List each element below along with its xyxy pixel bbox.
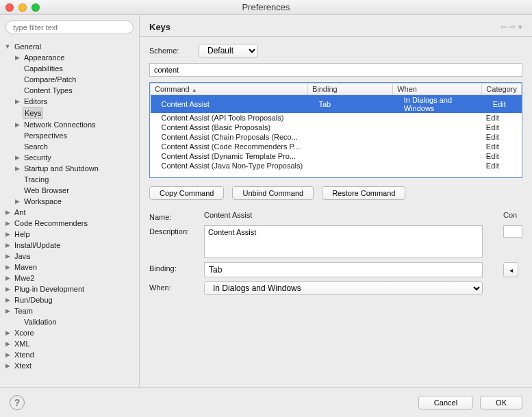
tree-item[interactable]: Install/Update [4,240,135,251]
scheme-select[interactable]: Default [199,44,258,58]
tree-item[interactable]: Code Recommenders [4,218,135,229]
tree-item-label: Startup and Shutdown [23,163,100,174]
tree-item[interactable]: Web Browser [4,185,135,196]
disclosure-triangle-icon[interactable] [4,207,11,218]
disclosure-triangle-icon[interactable] [4,294,11,305]
scheme-label: Scheme: [149,47,192,55]
tree-item[interactable]: XML [4,338,135,349]
tree-item-label: Code Recommenders [13,218,89,229]
ok-button[interactable]: OK [480,396,522,409]
when-select[interactable]: In Dialogs and Windows [204,281,483,295]
tree-item-label: Security [23,152,53,163]
tree-item[interactable]: General [4,41,135,52]
disclosure-triangle-icon[interactable] [4,41,11,52]
cell-when [393,123,482,132]
cell-category: Edit [482,151,522,161]
tree-item[interactable]: Tracing [4,174,135,185]
disclosure-triangle-icon[interactable] [14,96,21,107]
disclosure-triangle-icon[interactable] [4,327,11,338]
tree-item[interactable]: Ant [4,207,135,218]
disclosure-triangle-icon[interactable] [4,218,11,229]
tree-item[interactable]: Validation [4,316,135,327]
disclosure-triangle-icon[interactable] [4,305,11,316]
tree-item[interactable]: Compare/Patch [4,74,135,85]
conflicts-listbox[interactable] [503,225,522,238]
disclosure-triangle-icon[interactable] [4,240,11,251]
disclosure-triangle-icon[interactable] [14,119,21,130]
col-when[interactable]: When [393,84,482,95]
tree-item[interactable]: Keys [4,107,135,119]
tree-item[interactable]: Mwe2 [4,273,135,283]
preferences-tree[interactable]: GeneralAppearanceCapabilitiesCompare/Pat… [0,40,139,387]
tree-item[interactable]: Startup and Shutdown [4,163,135,174]
table-row[interactable]: Content Assist (Code Recommenders P...Ed… [151,142,522,151]
disclosure-triangle-icon[interactable] [4,251,11,262]
tree-item[interactable]: Workspace [4,196,135,207]
cell-binding [307,142,392,151]
nav-forward-icon[interactable]: ⇨ [509,23,516,31]
tree-item[interactable]: Appearance [4,52,135,63]
tree-item[interactable]: Security [4,152,135,163]
tree-item[interactable]: Java [4,251,135,262]
col-binding[interactable]: Binding [307,84,392,95]
tree-item[interactable]: Search [4,141,135,152]
disclosure-triangle-icon[interactable] [14,152,21,163]
description-textarea[interactable]: Content Assist [204,225,483,258]
disclosure-triangle-icon[interactable] [4,262,11,273]
binding-clear-button[interactable]: ◂ [503,262,518,277]
zoom-window-icon[interactable] [31,3,40,12]
tree-item[interactable]: Xtend [4,349,135,360]
restore-command-button[interactable]: Restore Command [322,186,405,200]
tree-item[interactable]: Maven [4,262,135,273]
table-row[interactable]: Content Assist (Chain Proposals (Reco...… [151,132,522,142]
close-window-icon[interactable] [5,3,14,12]
tree-item-label: Network Connections [23,119,97,130]
col-category[interactable]: Category [482,84,522,95]
copy-command-button[interactable]: Copy Command [149,186,224,200]
disclosure-triangle-icon[interactable] [4,360,11,371]
tree-item[interactable]: Network Connections [4,119,135,130]
table-row[interactable]: Content Assist (Dynamic Template Pro...E… [151,151,522,161]
tree-item-label: Xtend [13,349,36,360]
tree-item[interactable]: Xcore [4,327,135,338]
tree-item[interactable]: Xtext [4,360,135,371]
cancel-button[interactable]: Cancel [418,396,473,409]
nav-back-icon[interactable]: ⇦ [501,23,507,31]
table-row[interactable]: Content AssistTabIn Dialogs and WindowsE… [151,95,522,114]
table-row[interactable]: Content Assist (API Tools Proposals)Edit [151,113,522,123]
conflicts-label: Con [503,211,522,219]
minimize-window-icon[interactable] [18,3,27,12]
filter-tree-input[interactable] [5,21,134,34]
tree-item[interactable]: Capabilities [4,63,135,74]
tree-item-label: Team [13,305,34,316]
tree-item-label: Validation [23,316,58,327]
table-row[interactable]: Content Assist (Basic Proposals)Edit [151,123,522,132]
disclosure-triangle-icon[interactable] [4,273,11,283]
disclosure-triangle-icon[interactable] [4,283,11,294]
tree-item-label: Web Browser [23,185,71,196]
disclosure-triangle-icon[interactable] [4,338,11,349]
disclosure-triangle-icon[interactable] [14,196,21,207]
tree-item[interactable]: Editors [4,96,135,107]
binding-input[interactable] [204,262,483,277]
cell-when [393,132,482,142]
disclosure-triangle-icon[interactable] [4,349,11,360]
table-row[interactable]: Content Assist (Java Non-Type Proposals)… [151,161,522,170]
disclosure-triangle-icon[interactable] [14,163,21,174]
disclosure-triangle-icon[interactable] [4,229,11,240]
disclosure-triangle-icon[interactable] [14,52,21,63]
help-icon[interactable]: ? [10,395,25,410]
unbind-command-button[interactable]: Unbind Command [232,186,314,200]
tree-item[interactable]: Perspectives [4,130,135,141]
dialog-footer: ? Cancel OK [0,387,532,417]
command-filter-input[interactable] [149,63,522,77]
tree-item-label: Compare/Patch [23,74,77,85]
tree-item[interactable]: Content Types [4,85,135,96]
nav-menu-icon[interactable]: ▾ [518,23,522,31]
tree-item[interactable]: Help [4,229,135,240]
keybindings-table[interactable]: Command▲ Binding When Category Content A… [150,83,522,170]
tree-item[interactable]: Run/Debug [4,294,135,305]
col-command[interactable]: Command▲ [151,84,308,95]
tree-item[interactable]: Plug-in Development [4,283,135,294]
tree-item[interactable]: Team [4,305,135,316]
